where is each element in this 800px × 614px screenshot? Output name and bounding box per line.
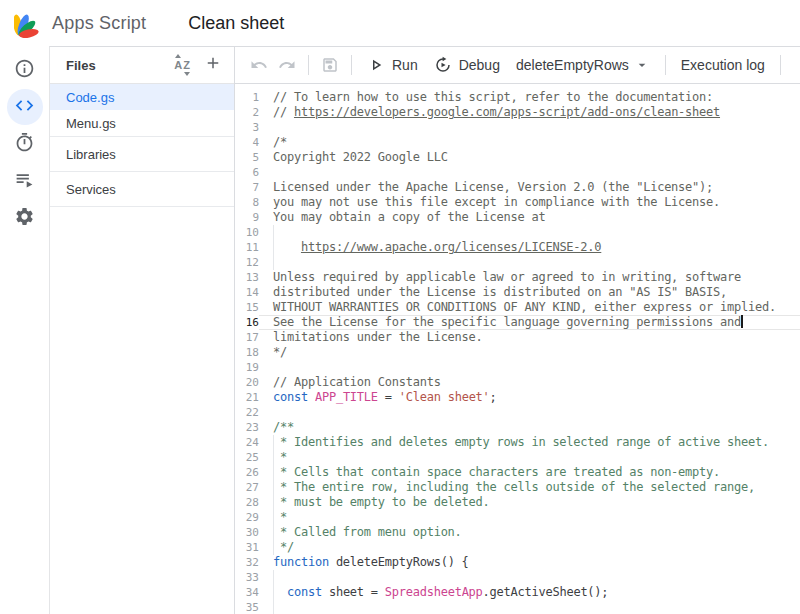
code-line[interactable]: 5Copyright 2022 Google LLC	[235, 150, 800, 165]
line-number[interactable]: 10	[235, 225, 259, 240]
code-line[interactable]: 31 */	[235, 540, 800, 555]
line-number[interactable]: 1	[235, 90, 259, 105]
code-line[interactable]: 9You may obtain a copy of the License at	[235, 210, 800, 225]
code-line[interactable]: 3	[235, 120, 800, 135]
code-line[interactable]: 22	[235, 405, 800, 420]
code-line[interactable]: 23/**	[235, 420, 800, 435]
code-line[interactable]: 7Licensed under the Apache License, Vers…	[235, 180, 800, 195]
code-line[interactable]: 15WITHOUT WARRANTIES OR CONDITIONS OF AN…	[235, 300, 800, 315]
run-button[interactable]: Run	[359, 52, 426, 78]
line-number[interactable]: 15	[235, 300, 259, 315]
line-number[interactable]: 16	[235, 315, 259, 330]
app-name[interactable]: Apps Script	[52, 13, 146, 34]
apps-script-window: Apps Script Clean sheet	[0, 0, 800, 614]
code-line[interactable]: 18*/	[235, 345, 800, 360]
line-number[interactable]: 7	[235, 180, 259, 195]
code-line[interactable]: 28 * must be empty to be deleted.	[235, 495, 800, 510]
line-number[interactable]: 22	[235, 405, 259, 420]
line-number[interactable]: 18	[235, 345, 259, 360]
line-number[interactable]: 19	[235, 360, 259, 375]
nav-triggers-button[interactable]	[7, 126, 43, 162]
line-number[interactable]: 4	[235, 135, 259, 150]
code-line[interactable]: 8you may not use this file except in com…	[235, 195, 800, 210]
code-line[interactable]: 19	[235, 360, 800, 375]
execution-log-button[interactable]: Execution log	[673, 53, 773, 77]
code-text: function deleteEmptyRows() {	[259, 555, 800, 570]
code-line[interactable]: 6	[235, 165, 800, 180]
line-number[interactable]: 5	[235, 150, 259, 165]
line-number[interactable]: 9	[235, 210, 259, 225]
code-text: *	[259, 450, 800, 465]
nav-executions-button[interactable]	[7, 163, 43, 199]
code-line[interactable]: 10	[235, 225, 800, 240]
line-number[interactable]: 32	[235, 555, 259, 570]
line-number[interactable]: 13	[235, 270, 259, 285]
line-number[interactable]: 3	[235, 120, 259, 135]
line-number[interactable]: 34	[235, 585, 259, 600]
nav-settings-button[interactable]	[7, 200, 43, 236]
line-number[interactable]: 33	[235, 570, 259, 585]
line-number[interactable]: 24	[235, 435, 259, 450]
line-number[interactable]: 26	[235, 465, 259, 480]
code-line[interactable]: 21const APP_TITLE = 'Clean sheet';	[235, 390, 800, 405]
apps-script-logo-icon[interactable]	[14, 8, 44, 38]
code-text: * The entire row, including the cells ou…	[259, 480, 800, 495]
code-line[interactable]: 26 * Cells that contain space characters…	[235, 465, 800, 480]
line-number[interactable]: 8	[235, 195, 259, 210]
code-line[interactable]: 20// Application Constants	[235, 375, 800, 390]
code-line[interactable]: 11 https://www.apache.org/licenses/LICEN…	[235, 240, 800, 255]
code-line[interactable]: 14distributed under the License is distr…	[235, 285, 800, 300]
sort-az-icon[interactable]: AZ	[174, 59, 190, 71]
undo-icon	[250, 56, 268, 74]
nav-overview-button[interactable]	[7, 52, 43, 88]
line-number[interactable]: 21	[235, 390, 259, 405]
sidebar-item-libraries[interactable]: Libraries	[50, 136, 234, 171]
files-panel-header: Files AZ	[50, 47, 234, 84]
code-line[interactable]: 34 const sheet = SpreadsheetApp.getActiv…	[235, 585, 800, 600]
debug-button[interactable]: Debug	[426, 52, 508, 78]
line-number[interactable]: 35	[235, 600, 259, 614]
code-line[interactable]: 2// https://developers.google.com/apps-s…	[235, 105, 800, 120]
line-number[interactable]: 2	[235, 105, 259, 120]
code-line[interactable]: 29 *	[235, 510, 800, 525]
save-button[interactable]	[316, 52, 344, 78]
code-line[interactable]: 4/*	[235, 135, 800, 150]
code-area[interactable]: 1// To learn how to use this script, ref…	[235, 84, 800, 614]
line-number[interactable]: 27	[235, 480, 259, 495]
code-line[interactable]: 16See the License for the specific langu…	[235, 315, 800, 330]
add-file-icon[interactable]	[204, 54, 222, 76]
code-line[interactable]: 17limitations under the License.	[235, 330, 800, 345]
line-number[interactable]: 28	[235, 495, 259, 510]
line-number[interactable]: 30	[235, 525, 259, 540]
line-number[interactable]: 6	[235, 165, 259, 180]
line-number[interactable]: 25	[235, 450, 259, 465]
file-item-code-gs[interactable]: Code.gs	[50, 84, 234, 110]
file-item-menu-gs[interactable]: Menu.gs	[50, 110, 234, 136]
line-number[interactable]: 23	[235, 420, 259, 435]
function-selector-dropdown[interactable]: deleteEmptyRows	[508, 53, 658, 77]
code-line[interactable]: 13Unless required by applicable law or a…	[235, 270, 800, 285]
code-line[interactable]: 27 * The entire row, including the cells…	[235, 480, 800, 495]
line-number[interactable]: 31	[235, 540, 259, 555]
line-number[interactable]: 29	[235, 510, 259, 525]
gear-icon	[14, 206, 35, 231]
redo-button[interactable]	[273, 52, 301, 78]
main-area: Files AZ Code.gsMenu.gs Libraries Servic…	[0, 46, 800, 614]
line-number[interactable]: 12	[235, 255, 259, 270]
line-number[interactable]: 14	[235, 285, 259, 300]
code-line[interactable]: 35	[235, 600, 800, 614]
code-line[interactable]: 12	[235, 255, 800, 270]
code-line[interactable]: 32function deleteEmptyRows() {	[235, 555, 800, 570]
sidebar-item-services[interactable]: Services	[50, 171, 234, 206]
nav-editor-button[interactable]	[7, 89, 43, 125]
line-number[interactable]: 20	[235, 375, 259, 390]
code-line[interactable]: 25 *	[235, 450, 800, 465]
code-line[interactable]: 1// To learn how to use this script, ref…	[235, 90, 800, 105]
code-line[interactable]: 30 * Called from menu option.	[235, 525, 800, 540]
line-number[interactable]: 17	[235, 330, 259, 345]
code-line[interactable]: 33	[235, 570, 800, 585]
undo-button[interactable]	[245, 52, 273, 78]
project-title[interactable]: Clean sheet	[188, 13, 284, 34]
line-number[interactable]: 11	[235, 240, 259, 255]
code-line[interactable]: 24 * Identifies and deletes empty rows i…	[235, 435, 800, 450]
